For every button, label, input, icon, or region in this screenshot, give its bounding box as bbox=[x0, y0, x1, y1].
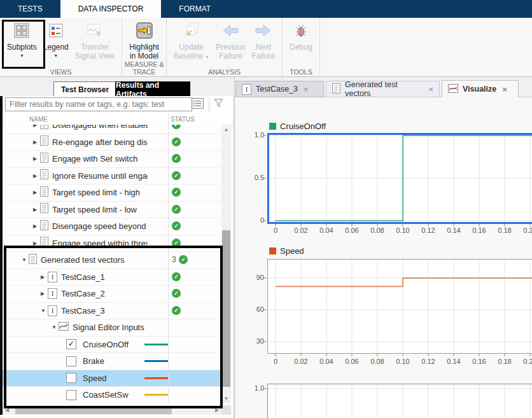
scroll-down-icon[interactable]: ▼ bbox=[221, 394, 231, 403]
tree-row[interactable]: ▶Engage speed within threshold✓ bbox=[3, 235, 221, 253]
pass-check-icon: ✓ bbox=[172, 137, 181, 146]
horizontal-scrollbar[interactable]: ◀ ▶ bbox=[3, 405, 221, 415]
document-icon bbox=[40, 186, 48, 199]
chevron-down-icon[interactable]: ▼ bbox=[22, 257, 29, 263]
dropdown-caret-icon: ▼ bbox=[205, 55, 209, 59]
doc-tab-label: Visualize bbox=[463, 85, 496, 94]
tree-row[interactable]: ▶Disengage speed beyond threshold✓ bbox=[3, 218, 221, 235]
status-cell: ✓ bbox=[172, 205, 181, 214]
transfer-signal-view-icon bbox=[87, 22, 103, 41]
filter-results-input[interactable] bbox=[5, 97, 192, 111]
chevron-right-icon[interactable]: ▶ bbox=[33, 190, 40, 195]
tab-results-and-artifacts[interactable]: Results and Artifacts bbox=[115, 81, 190, 97]
signal-row[interactable]: ✓CruiseOnOff bbox=[3, 337, 221, 354]
tree-row[interactable]: ▼Signal Editor Inputs bbox=[3, 319, 221, 337]
close-icon[interactable]: × bbox=[428, 85, 433, 94]
tree-row[interactable]: ▶Ignore Resume until engaged✓ bbox=[3, 168, 221, 185]
document-icon bbox=[40, 169, 48, 182]
ribbon-tab-data-inspector[interactable]: DATA INSPECTOR bbox=[60, 0, 162, 18]
signal-row[interactable]: CoastSetSw bbox=[3, 387, 221, 403]
tree-row-label: Speed bbox=[83, 373, 107, 383]
tree-row[interactable]: ▼ITestCase_3✓ bbox=[3, 303, 221, 320]
tree-row[interactable]: ▶Target speed limit - high✓ bbox=[3, 185, 221, 202]
subplots-grid-icon bbox=[14, 23, 29, 40]
tree-row[interactable]: ▼Generated test vectors3✓ bbox=[3, 252, 221, 269]
tree-row[interactable]: ▶Target speed limit - low✓ bbox=[3, 202, 221, 219]
x-axis-tick-label: 0.02 bbox=[290, 226, 312, 234]
subplot-plot[interactable] bbox=[267, 384, 532, 418]
testcase-icon: I bbox=[48, 288, 57, 299]
transfer-signal-view-label: Signal View bbox=[75, 52, 115, 60]
group-label-measure-trace: MEASURE & TRACE bbox=[122, 60, 166, 76]
x-axis-tick-label: 0.10 bbox=[391, 358, 414, 365]
legend-label: Speed bbox=[280, 246, 304, 256]
ribbon-tab-bar: TESTSDATA INSPECTORFORMAT bbox=[0, 0, 532, 18]
chevron-right-icon[interactable]: ▶ bbox=[33, 223, 40, 229]
document-icon bbox=[40, 136, 48, 148]
signal-row[interactable]: Speed bbox=[3, 370, 221, 387]
tree-row-label: Re-engage after being disengaged bbox=[52, 137, 148, 147]
selected-subplot-plot[interactable] bbox=[267, 133, 532, 224]
status-cell: ✓ bbox=[172, 154, 181, 163]
chevron-right-icon[interactable]: ▶ bbox=[33, 125, 40, 128]
scroll-right-icon[interactable]: ▶ bbox=[213, 405, 221, 415]
tree-row[interactable]: ▶Re-engage after being disengaged✓ bbox=[3, 134, 221, 151]
chevron-right-icon[interactable]: ▶ bbox=[33, 156, 40, 162]
x-axis-tick-label: 0 bbox=[264, 358, 287, 365]
chevron-right-icon[interactable]: ▶ bbox=[33, 207, 40, 212]
signal-row[interactable]: Brake bbox=[3, 353, 221, 370]
legend-swatch bbox=[269, 123, 276, 130]
filter-button[interactable] bbox=[211, 97, 227, 111]
ribbon-tab-format[interactable]: FORMAT bbox=[161, 0, 228, 18]
vertical-scrollbar-thumb[interactable] bbox=[222, 230, 230, 387]
legend-label: CruiseOnOff bbox=[280, 122, 326, 131]
status-cell: ✓ bbox=[172, 137, 181, 146]
tree-row[interactable]: ▶Disengaged when enabled✓ bbox=[3, 125, 221, 134]
signal-checkbox[interactable] bbox=[66, 390, 76, 400]
scroll-up-icon[interactable]: ▲ bbox=[221, 125, 231, 134]
subplot-cruiseonoff: CruiseOnOff1.00.5000.020.040.060.080.100… bbox=[239, 120, 532, 243]
doc-tab-visualize[interactable]: Visualize× bbox=[442, 80, 519, 97]
tree-row-label: TestCase_1 bbox=[61, 272, 105, 282]
signal-checkbox[interactable] bbox=[66, 373, 76, 383]
chevron-right-icon[interactable]: ▶ bbox=[33, 173, 40, 179]
horizontal-scrollbar-thumb[interactable] bbox=[15, 406, 172, 414]
signal-checkbox[interactable] bbox=[66, 356, 76, 366]
chevron-right-icon[interactable]: ▶ bbox=[41, 274, 48, 280]
tree-row-label: Target speed limit - low bbox=[52, 205, 137, 214]
highlight-in-model-label: in Model bbox=[130, 52, 158, 60]
tree-row[interactable]: ▶ITestCase_2✓ bbox=[3, 286, 221, 303]
subplot-legend: Speed bbox=[269, 246, 304, 256]
legend-swatch bbox=[269, 247, 276, 254]
tab-test-browser[interactable]: Test Browser bbox=[53, 81, 116, 97]
ribbon-tab-tests[interactable]: TESTS bbox=[0, 0, 60, 18]
chevron-right-icon[interactable]: ▶ bbox=[33, 139, 40, 145]
column-header-status: STATUS bbox=[171, 116, 195, 123]
highlight-in-model-button[interactable]: Highlightin Model bbox=[126, 21, 162, 61]
chevron-down-icon[interactable]: ▼ bbox=[52, 324, 59, 330]
document-icon bbox=[40, 237, 48, 249]
document-icon bbox=[332, 83, 340, 95]
signal-checkbox[interactable]: ✓ bbox=[66, 339, 76, 349]
document-icon bbox=[40, 153, 48, 165]
tree-row[interactable]: ▶Engage with Set switch✓ bbox=[3, 151, 221, 168]
status-cell: ✓ bbox=[172, 289, 181, 298]
vertical-scrollbar[interactable]: ▲ ▼ bbox=[221, 125, 231, 403]
doc-tab-label: Generated test vectors bbox=[345, 80, 423, 98]
subplot-plot[interactable] bbox=[267, 259, 532, 354]
scroll-left-icon[interactable]: ◀ bbox=[3, 405, 11, 415]
tree-row[interactable]: ▶ITestCase_1✓ bbox=[3, 269, 221, 286]
chevron-right-icon[interactable]: ▶ bbox=[33, 240, 40, 246]
legend-button[interactable]: Legend▼ bbox=[40, 21, 72, 59]
update-baseline-label: Update bbox=[179, 43, 204, 52]
y-axis-tick-label: 90 bbox=[241, 274, 264, 281]
close-icon[interactable]: × bbox=[502, 85, 507, 94]
chevron-down-icon[interactable]: ▼ bbox=[41, 308, 48, 314]
close-icon[interactable]: × bbox=[304, 85, 309, 94]
x-axis-tick-label: 0.02 bbox=[290, 358, 312, 365]
doc-tab-generated-test-vectors[interactable]: Generated test vectors× bbox=[326, 81, 440, 97]
doc-tab-testcase-3[interactable]: ITestCase_3× bbox=[235, 81, 324, 97]
result-list-button[interactable] bbox=[190, 97, 205, 111]
subplots-button[interactable]: Subplots▼ bbox=[4, 21, 40, 59]
chevron-right-icon[interactable]: ▶ bbox=[41, 291, 48, 296]
